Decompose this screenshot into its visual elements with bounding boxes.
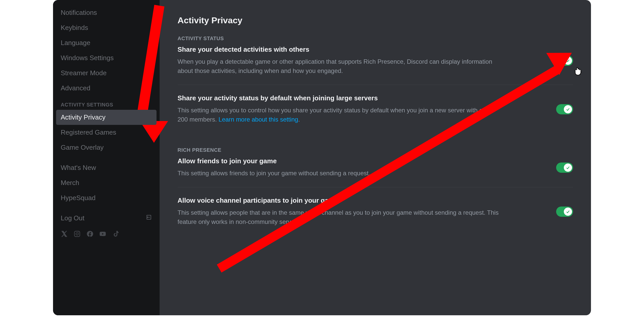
check-icon: [564, 164, 572, 172]
logout-icon: [146, 214, 152, 222]
setting-desc: When you play a detectable game or other…: [178, 57, 503, 75]
setting-title: Share your activity status by default wh…: [178, 94, 503, 102]
sidebar-item-registered-games[interactable]: Registered Games: [56, 125, 157, 140]
tiktok-icon[interactable]: [112, 230, 119, 239]
check-icon: [564, 57, 572, 65]
toggle-friends-join[interactable]: [556, 162, 573, 173]
setting-title: Share your detected activities with othe…: [178, 46, 503, 53]
page-title: Activity Privacy: [178, 15, 573, 25]
toggle-voice-join[interactable]: [556, 207, 573, 217]
section-header-rich-presence: RICH PRESENCE: [178, 147, 573, 153]
setting-title: Allow friends to join your game: [178, 157, 370, 165]
setting-desc: This setting allows you to control how y…: [178, 106, 503, 124]
sidebar-item-label: Merch: [61, 179, 79, 187]
sidebar-item-label: Windows Settings: [61, 54, 114, 62]
sidebar-item-activity-privacy[interactable]: Activity Privacy: [56, 110, 157, 125]
settings-sidebar: Notifications Keybinds Language Windows …: [53, 0, 160, 315]
settings-main: Activity Privacy ACTIVITY STATUS Share y…: [160, 0, 591, 315]
sidebar-item-label: Game Overlay: [61, 144, 104, 151]
setting-desc: This setting allows friends to join your…: [178, 169, 370, 178]
sidebar-header-activity: ACTIVITY SETTINGS: [56, 96, 157, 110]
learn-more-link[interactable]: Learn more about this setting: [219, 116, 298, 123]
sidebar-item-label: Streamer Mode: [61, 69, 107, 77]
sidebar-item-whats-new[interactable]: What's New: [56, 160, 157, 175]
sidebar-item-label: Log Out: [61, 214, 85, 222]
sidebar-item-streamer-mode[interactable]: Streamer Mode: [56, 66, 157, 81]
sidebar-item-label: Language: [61, 39, 90, 47]
sidebar-item-label: Activity Privacy: [61, 113, 106, 121]
sidebar-item-language[interactable]: Language: [56, 35, 157, 50]
sidebar-item-label: Registered Games: [61, 128, 116, 136]
sidebar-item-windows-settings[interactable]: Windows Settings: [56, 50, 157, 66]
sidebar-item-label: Keybinds: [61, 24, 88, 31]
facebook-icon[interactable]: [86, 230, 94, 239]
check-icon: [564, 105, 572, 113]
sidebar-item-game-overlay[interactable]: Game Overlay: [56, 140, 157, 155]
social-links: [56, 226, 157, 239]
toggle-share-status-large-servers[interactable]: [556, 104, 573, 114]
setting-voice-join: Allow voice channel participants to join…: [178, 197, 573, 236]
check-icon: [564, 208, 572, 216]
setting-desc-text: .: [298, 116, 300, 123]
sidebar-item-label: HypeSquad: [61, 194, 96, 202]
instagram-icon[interactable]: [74, 230, 81, 239]
sidebar-item-notifications[interactable]: Notifications: [56, 5, 157, 20]
setting-share-status-large-servers: Share your activity status by default wh…: [178, 94, 573, 133]
sidebar-item-hypesquad[interactable]: HypeSquad: [56, 190, 157, 205]
setting-friends-join: Allow friends to join your game This set…: [178, 157, 573, 187]
sidebar-item-label: Advanced: [61, 84, 90, 92]
x-twitter-icon[interactable]: [61, 230, 68, 239]
toggle-share-activities[interactable]: [556, 56, 573, 66]
setting-title: Allow voice channel participants to join…: [178, 197, 503, 204]
setting-share-activities: Share your detected activities with othe…: [178, 46, 573, 85]
cursor-pointer-icon: [572, 65, 583, 77]
discord-settings-window: Notifications Keybinds Language Windows …: [53, 0, 591, 315]
sidebar-item-label: Notifications: [61, 9, 97, 16]
sidebar-item-label: What's New: [61, 164, 96, 171]
sidebar-item-advanced[interactable]: Advanced: [56, 81, 157, 96]
youtube-icon[interactable]: [99, 230, 106, 239]
section-header-activity-status: ACTIVITY STATUS: [178, 36, 573, 41]
sidebar-item-logout[interactable]: Log Out: [56, 211, 157, 226]
sidebar-item-keybinds[interactable]: Keybinds: [56, 20, 157, 35]
sidebar-item-merch[interactable]: Merch: [56, 175, 157, 190]
setting-desc: This setting allows people that are in t…: [178, 208, 503, 226]
